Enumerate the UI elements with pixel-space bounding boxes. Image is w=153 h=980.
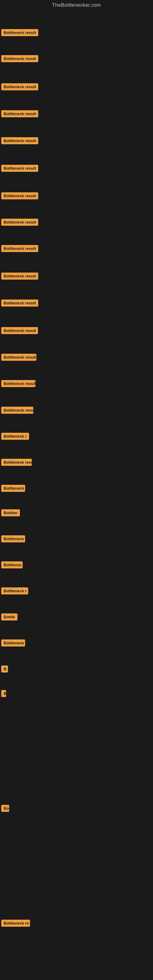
bottleneck-item: Bottleneck result: [1, 299, 38, 308]
bottleneck-badge[interactable]: Bottleneck result: [1, 137, 38, 144]
bottleneck-badge[interactable]: Bottleneck result: [1, 299, 38, 307]
bottleneck-item: Bottleneck result: [1, 327, 38, 335]
bottleneck-item: Bottleneck result: [1, 192, 38, 200]
bottleneck-badge[interactable]: Bottleneck re: [1, 920, 30, 927]
bottleneck-badge[interactable]: Bottleneck result: [1, 354, 37, 361]
bottleneck-item: Bo: [1, 805, 9, 813]
bottleneck-item: Bottleneck: [1, 640, 25, 648]
bottleneck-item: Bottleneck r: [1, 587, 28, 596]
bottleneck-item: Bottleneck result: [1, 272, 38, 281]
bottleneck-item: Bottleneck result: [1, 110, 38, 119]
bottleneck-badge[interactable]: Bottleneck: [1, 485, 25, 492]
bottleneck-item: Bottleneck result: [1, 380, 35, 388]
bottleneck-item: B: [1, 665, 8, 674]
bottleneck-item: Bottleneck result: [1, 137, 38, 145]
site-title: TheBottlenecker.com: [0, 0, 153, 12]
bottleneck-item: Bottleneck result: [1, 83, 38, 92]
bottleneck-badge[interactable]: Bo: [1, 805, 9, 812]
bottleneck-badge[interactable]: Bottleneck resu: [1, 459, 32, 466]
bottleneck-badge[interactable]: Bottleneck result: [1, 327, 38, 334]
bottleneck-badge[interactable]: B: [1, 690, 6, 697]
bottleneck-badge[interactable]: Bottleneck result: [1, 55, 38, 62]
bottleneck-item: Bottleneck: [1, 535, 25, 544]
bottleneck-item: Bottleneck: [1, 485, 25, 493]
bottleneck-item: Bottleneck result: [1, 29, 38, 37]
bottleneck-badge[interactable]: Bottleneck r: [1, 433, 29, 440]
bottleneck-badge[interactable]: Bottleneck result: [1, 110, 38, 117]
bottleneck-item: Bottleneck result: [1, 165, 38, 173]
bottleneck-badge[interactable]: Bottleneck result: [1, 165, 38, 172]
bottleneck-badge[interactable]: Bottleneck: [1, 640, 25, 646]
bottleneck-badge[interactable]: Bottle: [1, 613, 18, 620]
bottleneck-badge[interactable]: Bottleneck result: [1, 83, 38, 90]
bottleneck-item: Bottlenec: [1, 562, 22, 570]
bottleneck-item: Bottleneck result: [1, 55, 38, 64]
bottleneck-item: Bottleneck result: [1, 354, 37, 362]
bottleneck-badge[interactable]: Bottleneck result: [1, 272, 38, 280]
bottleneck-badge[interactable]: Bottleneck result: [1, 29, 38, 36]
bottleneck-badge[interactable]: Bottleneck r: [1, 587, 28, 595]
bottleneck-badge[interactable]: Bottleneck result: [1, 219, 38, 226]
bottleneck-item: Bottleneck resu: [1, 459, 32, 467]
bottleneck-badge[interactable]: Bottleneck: [1, 535, 25, 542]
bottleneck-item: Bottleneck resul: [1, 407, 33, 415]
bottleneck-badge[interactable]: Bottleneck result: [1, 245, 38, 252]
bottleneck-item: Bottleneck r: [1, 433, 29, 441]
bottleneck-badge[interactable]: Bottleneck result: [1, 380, 35, 387]
bottleneck-item: Bottle: [1, 613, 18, 622]
bottleneck-item: Bottleneck result: [1, 245, 38, 253]
bottleneck-badge[interactable]: Bottlenec: [1, 562, 22, 568]
bottleneck-badge[interactable]: Bottlen: [1, 509, 20, 516]
bottleneck-item: Bottleneck re: [1, 920, 30, 928]
bottleneck-item: B: [1, 690, 6, 698]
bottleneck-badge[interactable]: B: [1, 665, 8, 673]
bottleneck-item: Bottleneck result: [1, 219, 38, 227]
bottleneck-badge[interactable]: Bottleneck resul: [1, 407, 33, 414]
bottleneck-item: Bottlen: [1, 509, 20, 517]
bottleneck-badge[interactable]: Bottleneck result: [1, 192, 38, 199]
